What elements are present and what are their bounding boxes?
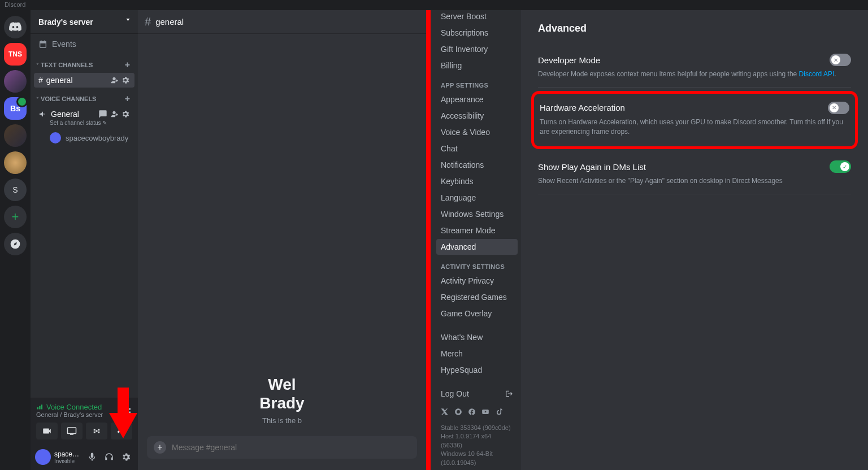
channel-name: general [46,76,73,85]
deafen-button[interactable] [102,450,116,464]
nav-voice-video[interactable]: Voice & Video [436,124,518,140]
nav-language[interactable]: Language [436,190,518,206]
add-server-button[interactable]: + [4,206,27,228]
discord-home-button[interactable] [4,16,27,38]
nav-server-boost[interactable]: Server Boost [436,8,518,24]
hash-icon: # [38,76,43,85]
server-item-3[interactable] [4,70,27,93]
x-twitter-icon[interactable] [441,408,449,416]
add-text-channel-button[interactable]: + [125,60,130,70]
voice-sub: General / Brady's server [36,411,103,418]
welcome-sub: This is the b [262,416,302,425]
signal-icon [36,403,44,411]
chat-body: Wel Brady This is the b [138,34,426,436]
attach-button[interactable]: + [154,441,166,454]
setting-label: Show Play Again in DMs List [538,162,646,172]
user-avatar[interactable] [35,449,51,465]
facebook-icon[interactable] [468,408,476,416]
nav-billing[interactable]: Billing [436,58,518,73]
chat-channel-name: general [155,17,184,27]
play-again-toggle[interactable]: ✓ [830,160,851,173]
text-channels-label: ˅ TEXT CHANNELS [36,62,93,68]
hash-icon: # [145,15,151,28]
social-links [436,402,518,421]
nav-accessibility[interactable]: Accessibility [436,108,518,124]
annotation-divider [426,0,431,470]
annotation-highlight: Hardware Acceleration ✕ Turns on Hardwar… [531,91,858,150]
server-rail: TNS Bs S + [0,10,31,470]
settings-content: Advanced Developer Mode ✕ Developer Mode… [521,0,868,470]
server-item-6[interactable] [4,151,27,174]
user-name: spacecow... [54,450,81,458]
calendar-icon [38,40,47,49]
speaker-icon [38,110,47,119]
user-settings-button[interactable] [119,450,133,464]
hardware-acceleration-toggle[interactable]: ✕ [828,102,849,114]
nav-appearance[interactable]: Appearance [436,92,518,107]
voice-user[interactable]: spacecowboybrady [34,130,134,146]
user-info[interactable]: spacecow... Invisible [54,450,81,464]
message-input[interactable] [172,443,410,452]
soundboard-icon[interactable] [122,406,132,416]
server-item-5[interactable] [4,124,27,147]
nav-app-settings-header: APP SETTINGS [436,74,518,91]
mute-button[interactable] [85,450,99,464]
nav-registered-games[interactable]: Registered Games [436,289,518,305]
screen-share-button[interactable] [61,423,83,439]
nav-logout[interactable]: Log Out [436,386,518,402]
youtube-icon[interactable] [481,408,489,416]
chat-header: # general [138,10,426,34]
instagram-icon[interactable] [454,408,462,416]
nav-notifications[interactable]: Notifications [436,157,518,173]
video-button[interactable] [36,423,58,439]
user-avatar-icon [50,132,61,143]
title-bar: Discord [0,0,868,10]
server-s[interactable]: S [4,179,27,201]
server-header[interactable]: Brady's server ˅ [31,10,138,34]
settings-nav: Server Boost Subscriptions Gift Inventor… [431,0,521,470]
nav-game-overlay[interactable]: Game Overlay [436,306,518,321]
explore-servers-button[interactable] [4,233,27,255]
voice-user-name: spacecowboybrady [66,134,128,142]
version-info: Stable 353304 (909c0de) Host 1.0.9174 x6… [436,421,518,469]
nav-hypesquad[interactable]: HypeSquad [436,362,518,378]
logout-icon [505,390,513,398]
voice-channels-header[interactable]: ˅ VOICE CHANNELS + [31,88,138,106]
message-input-container: + [147,436,417,459]
gear-icon[interactable] [121,76,130,85]
nav-gift-inventory[interactable]: Gift Inventory [436,41,518,57]
user-status: Invisible [54,458,81,464]
setting-hardware-acceleration: Hardware Acceleration ✕ Turns on Hardwar… [540,99,849,139]
nav-activity-settings-header: ACTIVITY SETTINGS [436,255,518,272]
nav-whats-new[interactable]: What's New [436,329,518,345]
voice-status-prompt[interactable]: Set a channel status ✎ [38,120,107,126]
text-channels-header[interactable]: ˅ TEXT CHANNELS + [31,54,138,72]
server-bradys-server[interactable]: Bs [4,97,27,120]
nav-streamer-mode[interactable]: Streamer Mode [436,223,518,238]
setting-label: Developer Mode [538,55,600,65]
voice-channel-general[interactable]: General Set a channel status ✎ [34,107,134,129]
voice-channels-label: ˅ VOICE CHANNELS [36,95,96,102]
activities-button[interactable] [86,423,107,439]
chat-area: # general Wel Brady This is the b + [138,10,426,470]
nav-merch[interactable]: Merch [436,346,518,362]
events-button[interactable]: Events [31,34,138,54]
nav-chat[interactable]: Chat [436,141,518,156]
nav-activity-privacy[interactable]: Activity Privacy [436,273,518,289]
setting-desc: Show Recent Activities or the "Play Agai… [538,176,851,186]
add-voice-channel-button[interactable]: + [125,94,130,104]
disconnect-button[interactable] [111,423,132,439]
server-tns[interactable]: TNS [4,43,27,66]
discord-api-link[interactable]: Discord API [799,70,835,78]
chat-icon[interactable] [98,110,107,119]
invite-icon[interactable] [110,110,119,119]
channel-general[interactable]: # general [34,73,134,88]
tiktok-icon[interactable] [495,408,503,416]
nav-advanced[interactable]: Advanced [436,239,518,255]
invite-icon[interactable] [110,76,119,85]
gear-icon[interactable] [121,110,130,119]
nav-windows-settings[interactable]: Windows Settings [436,206,518,222]
nav-keybinds[interactable]: Keybinds [436,173,518,189]
nav-subscriptions[interactable]: Subscriptions [436,25,518,41]
developer-mode-toggle[interactable]: ✕ [830,54,851,66]
